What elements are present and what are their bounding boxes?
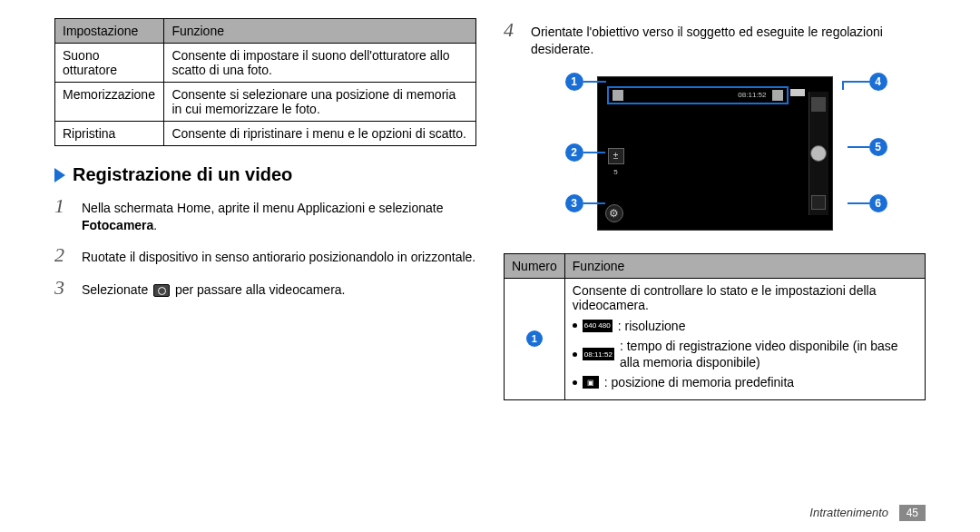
callout-badge-5: 5	[869, 138, 887, 156]
callout-badge-1-inline: 1	[526, 330, 543, 347]
left-column: Impostazione Funzione Suono otturatore C…	[0, 0, 490, 532]
record-icon	[810, 145, 827, 162]
bullet-icon	[573, 323, 577, 328]
gallery-icon	[811, 97, 826, 112]
callout-badge-6: 6	[869, 194, 887, 212]
right-controls	[808, 92, 828, 215]
step-number: 4	[504, 18, 522, 42]
table1-row2-desc: Consente di ripristinare i menu e le opz…	[164, 122, 476, 146]
step-2-text: Ruotate il dispositivo in senso antiorar…	[82, 249, 476, 266]
storage-icon	[772, 90, 783, 101]
exposure-icon: ±	[608, 148, 624, 164]
step-1-text-c: .	[153, 218, 157, 232]
left-controls: ± 5	[605, 148, 627, 184]
callout-line	[848, 202, 869, 204]
memory-text: : posizione di memoria predefinita	[604, 374, 794, 390]
bullet-resolution: 640 480 : risoluzione	[573, 318, 917, 334]
callout-badge-2: 2	[565, 143, 583, 162]
section-title-text: Registrazione di un video	[73, 164, 292, 185]
table2-row1-num: 1	[505, 278, 565, 399]
step-4: 4 Orientate l'obiettivo verso il soggett…	[504, 18, 926, 58]
resolution-indicator-icon: 640 480	[583, 320, 612, 332]
table2-header-funzione: Funzione	[564, 253, 925, 278]
bullet-icon	[573, 352, 577, 357]
step-3-text: Selezionate per passare alla videocamera…	[82, 281, 476, 299]
resolution-text: : risoluzione	[618, 318, 686, 334]
footer-section-label: Intrattenimento	[809, 506, 888, 519]
bullet-icon	[573, 380, 577, 385]
camera-icon	[153, 284, 170, 297]
time-indicator-icon: 08:11:52	[583, 348, 614, 360]
table2-row1-desc: Consente di controllare lo stato e le im…	[564, 278, 925, 399]
callout-badge-4: 4	[869, 73, 887, 91]
table2-header-numero: Numero	[505, 253, 565, 278]
resolution-icon	[612, 90, 623, 101]
bullet-time: 08:11:52 : tempo di registrazione video …	[573, 338, 917, 370]
camera-diagram: 08:11:52 ± 5 ⚙ 1 2 3 4 5 6	[543, 67, 887, 240]
table1-row0-desc: Consente di impostare il suono dell'ottu…	[164, 44, 476, 83]
mode-switch-icon	[811, 195, 826, 210]
step-3: 3 Selezionate per passare alla videocame…	[54, 276, 476, 300]
callout-line	[842, 81, 869, 83]
settings-icon: ⚙	[605, 204, 623, 222]
step-3-text-a: Selezionate	[82, 282, 152, 297]
section-title: Registrazione di un video	[54, 164, 476, 185]
table1-row2-label: Ripristina	[55, 122, 164, 146]
table1-row0-label: Suono otturatore	[55, 44, 164, 83]
bullet-memory: ▣ : posizione di memoria predefinita	[573, 374, 917, 390]
step-1-text: Nella schermata Home, aprite il menu App…	[82, 200, 476, 234]
row1-intro: Consente di controllare lo stato e le im…	[573, 283, 917, 312]
callout-badge-1: 1	[565, 73, 583, 91]
step-4-text: Orientate l'obiettivo verso il soggetto …	[531, 24, 926, 58]
step-1-bold: Fotocamera	[82, 218, 153, 232]
table1-header-funzione: Funzione	[164, 19, 476, 44]
chevron-icon	[54, 168, 65, 182]
steps-list: 1 Nella schermata Home, aprite il menu A…	[54, 194, 476, 300]
status-bar-highlight: 08:11:52	[607, 86, 789, 104]
table1-row1-desc: Consente si selezionare una posizione di…	[164, 83, 476, 122]
table1-header-impostazione: Impostazione	[55, 19, 164, 44]
step-1: 1 Nella schermata Home, aprite il menu A…	[54, 194, 476, 234]
callout-line	[842, 81, 844, 90]
step-number: 2	[54, 243, 73, 267]
settings-table: Impostazione Funzione Suono otturatore C…	[54, 18, 476, 146]
callout-line	[583, 81, 606, 83]
callout-line	[583, 152, 605, 153]
table1-row1-label: Memorizzazione	[55, 83, 164, 122]
step-2: 2 Ruotate il dispositivo in senso antior…	[54, 243, 476, 267]
time-text: : tempo di registrazione video disponibi…	[620, 338, 917, 370]
battery-icon	[790, 89, 805, 96]
callout-table: Numero Funzione 1 Consente di controllar…	[504, 253, 926, 400]
callout-line	[583, 202, 605, 204]
step-number: 3	[54, 276, 73, 300]
exposure-value: 5	[613, 168, 617, 176]
step-3-text-b: per passare alla videocamera.	[172, 282, 345, 297]
camera-screen: 08:11:52 ± 5 ⚙	[597, 76, 833, 231]
recording-time: 08:11:52	[738, 91, 766, 99]
step-1-text-a: Nella schermata Home, aprite il menu App…	[82, 201, 443, 215]
callout-badge-3: 3	[565, 194, 583, 212]
right-column: 4 Orientate l'obiettivo verso il soggett…	[490, 0, 980, 532]
page-number: 45	[899, 505, 926, 521]
step-number: 1	[54, 194, 73, 218]
memory-indicator-icon: ▣	[583, 376, 599, 389]
callout-line	[848, 146, 869, 148]
page-footer: Intrattenimento 45	[809, 505, 926, 521]
